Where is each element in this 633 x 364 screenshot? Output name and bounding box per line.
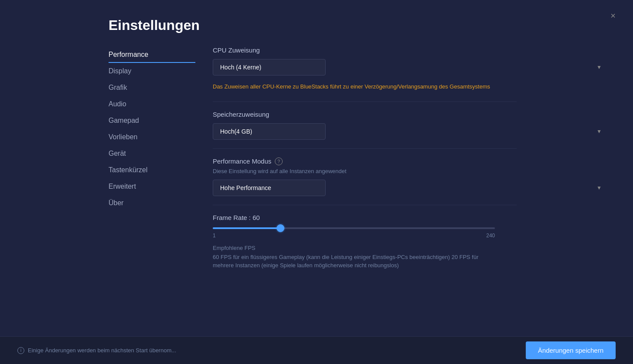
footer-info: i Einige Änderungen werden beim nächsten… [17,347,176,354]
cpu-dropdown-wrapper: Niedrig (1 Kern)Mittel (2 Kerne)Hoch (4 … [213,59,607,75]
cpu-dropdown[interactable]: Niedrig (1 Kern)Mittel (2 Kerne)Hoch (4 … [213,59,326,75]
performance-mode-dropdown-arrow: ▼ [597,185,602,191]
footer-info-text: Einige Änderungen werden beim nächsten S… [28,347,176,354]
memory-dropdown-arrow: ▼ [597,128,602,134]
performance-mode-label: Performance Modus [213,157,271,165]
slider-track [213,227,495,229]
divider-2 [213,148,517,149]
memory-dropdown[interactable]: Niedrig(1 GB)Mittel(2 GB)Hoch(4 GB)Sehr … [213,123,326,140]
performance-mode-section: Performance Modus ? Diese Einstellung wi… [213,157,607,196]
memory-label: Speicherzuweisung [213,111,607,118]
performance-mode-help-icon[interactable]: ? [275,157,283,165]
recommended-fps-title: Empfohlene FPS [213,245,607,251]
settings-dialog: × Einstellungen PerformanceDisplayGrafik… [0,0,633,364]
close-button[interactable]: × [606,9,620,23]
slider-container [213,227,495,229]
cpu-label: CPU Zuweisung [213,46,607,54]
sidebar-item-audio[interactable]: Audio [109,96,195,112]
frame-rate-section: Frame Rate : 60 1 240 Empfohlene FPS 60 … [213,214,607,270]
save-button[interactable]: Änderungen speichern [526,341,616,359]
recommended-fps-text: 60 FPS für ein flüssigeres Gameplay (kan… [213,253,491,270]
performance-mode-header: Performance Modus ? [213,157,607,165]
slider-thumb[interactable] [277,224,284,232]
sidebar: PerformanceDisplayGrafikAudioGamepadVorl… [109,46,195,336]
footer-bar: i Einige Änderungen werden beim nächsten… [0,336,633,364]
performance-mode-dropdown[interactable]: SparmodusAusgewogenHohe Performance [213,180,326,196]
cpu-dropdown-arrow: ▼ [597,64,602,70]
content-area: PerformanceDisplayGrafikAudioGamepadVorl… [0,46,633,336]
memory-dropdown-wrapper: Niedrig(1 GB)Mittel(2 GB)Hoch(4 GB)Sehr … [213,123,607,140]
divider-3 [213,205,517,205]
cpu-warning-text: Das Zuweisen aller CPU-Kerne zu BlueStac… [213,82,491,91]
sidebar-item-erweitert[interactable]: Erweitert [109,178,195,195]
performance-mode-dropdown-wrapper: SparmodusAusgewogenHohe Performance ▼ [213,180,607,196]
performance-mode-subtitle: Diese Einstellung wird auf alle Instanze… [213,168,607,174]
sidebar-item-gamepad[interactable]: Gamepad [109,112,195,129]
cpu-section: CPU Zuweisung Niedrig (1 Kern)Mittel (2 … [213,46,607,91]
slider-max-label: 240 [486,233,495,239]
divider-1 [213,102,517,102]
slider-min-label: 1 [213,233,216,239]
slider-range-labels: 1 240 [213,233,495,239]
memory-section: Speicherzuweisung Niedrig(1 GB)Mittel(2 … [213,111,607,140]
main-content: CPU Zuweisung Niedrig (1 Kern)Mittel (2 … [195,46,633,336]
slider-fill [213,227,280,229]
sidebar-item-vorlieben[interactable]: Vorlieben [109,129,195,145]
sidebar-item-tastenkuerzel[interactable]: Tastenkürzel [109,162,195,178]
sidebar-item-performance[interactable]: Performance [109,46,195,63]
footer-info-icon: i [17,347,24,354]
sidebar-item-display[interactable]: Display [109,63,195,79]
page-title: Einstellungen [0,0,633,46]
frame-rate-label: Frame Rate : 60 [213,214,607,221]
sidebar-item-ueber[interactable]: Über [109,195,195,211]
sidebar-item-grafik[interactable]: Grafik [109,79,195,96]
sidebar-item-geraet[interactable]: Gerät [109,145,195,162]
